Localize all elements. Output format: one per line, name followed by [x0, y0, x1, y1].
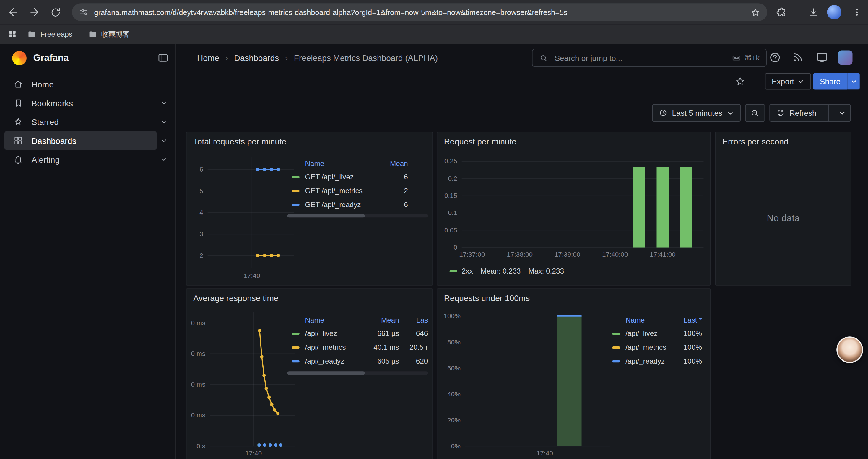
main-content: Home › Dashboards › Freeleaps Metrics Da… — [177, 44, 868, 459]
svg-text:17:40: 17:40 — [243, 272, 260, 280]
legend-item[interactable]: 2xx — [450, 267, 473, 275]
chevron-down-icon[interactable] — [159, 155, 168, 164]
scrollbar-thumb[interactable] — [287, 371, 365, 374]
home-icon — [13, 79, 24, 89]
reload-button[interactable] — [49, 6, 62, 19]
svg-text:6: 6 — [199, 166, 203, 173]
series-name[interactable]: GET /api/_livez — [287, 173, 377, 181]
folder-icon — [27, 29, 37, 39]
svg-text:2: 2 — [199, 252, 203, 259]
breadcrumb-separator: › — [285, 53, 288, 62]
legend-row: GET /api/_metrics 2 — [287, 184, 428, 198]
breadcrumb: Home › Dashboards › Freeleaps Metrics Da… — [197, 44, 438, 71]
downloads-icon[interactable] — [807, 6, 820, 19]
help-icon[interactable] — [769, 52, 781, 64]
column-header-name[interactable]: Name — [287, 316, 360, 324]
legend-row: /api/_metrics 100% — [611, 340, 704, 354]
panel-title[interactable]: Request per minute — [444, 137, 517, 146]
column-header-last[interactable]: Last * — [670, 316, 702, 324]
svg-text:0%: 0% — [451, 442, 460, 450]
column-header-mean[interactable]: Mean — [377, 159, 408, 167]
scrollbar-thumb[interactable] — [287, 214, 365, 218]
grafana-logo[interactable] — [12, 51, 27, 65]
panel-title[interactable]: Total requests per minute — [193, 137, 286, 146]
sidebar-toggle-icon[interactable] — [157, 52, 169, 64]
menu-kebab-icon[interactable] — [850, 6, 864, 19]
monitor-icon[interactable] — [816, 52, 828, 64]
share-button[interactable]: Share — [813, 73, 847, 90]
user-avatar[interactable] — [838, 51, 852, 65]
search-input[interactable] — [554, 53, 732, 63]
apps-grid-icon[interactable] — [8, 29, 17, 39]
chart-under-100ms[interactable]: 100%80%60%40%20%0%17:40 — [442, 308, 613, 459]
series-name[interactable]: GET /api/_metrics — [287, 186, 377, 195]
sidebar-item-home[interactable]: Home — [0, 75, 176, 94]
chart-total-requests[interactable]: 6543217:40 — [191, 151, 297, 283]
screen: grafana.mathmast.com/d/deytv4rwavabkb/fr… — [0, 0, 868, 459]
favorite-star-icon[interactable] — [735, 76, 745, 87]
svg-text:0: 0 — [454, 244, 457, 251]
panel-errors-per-second: Errors per second No data — [715, 132, 851, 286]
breadcrumb-current: Freeleaps Metrics Dashboard (ALPHA) — [294, 53, 438, 62]
divider — [828, 104, 829, 121]
svg-text:60 ms: 60 ms — [191, 350, 205, 357]
bookmark-folder-blogs[interactable]: 收藏博客 — [88, 29, 130, 39]
legend-row: /api/_livez 661 µs 646 — [287, 326, 428, 340]
zoom-out-icon — [750, 108, 760, 118]
sidebar-item-bookmarks[interactable]: Bookmarks — [0, 94, 176, 112]
series-name: 2xx — [462, 267, 473, 275]
svg-text:17:39:00: 17:39:00 — [555, 251, 580, 258]
series-mean: 605 µs — [361, 357, 399, 365]
forward-button[interactable] — [28, 6, 41, 19]
sidebar-item-alerting[interactable]: Alerting — [0, 150, 176, 169]
panel-title[interactable]: Requests under 100ms — [444, 293, 530, 303]
refresh-button[interactable]: Refresh — [770, 104, 823, 121]
column-header-name[interactable]: Name — [611, 316, 670, 324]
chart-request-per-minute[interactable]: 0.250.20.150.10.05017:37:0017:38:0017:39… — [442, 151, 707, 262]
share-dropdown-caret[interactable] — [847, 73, 860, 90]
refresh-button-group: Refresh — [769, 104, 850, 122]
svg-text:17:40:00: 17:40:00 — [602, 251, 628, 258]
legend-row: /api/_livez 100% — [611, 326, 704, 340]
chart-avg-response-time[interactable]: 80 ms60 ms40 ms20 ms0 s17:40 — [191, 308, 297, 459]
back-button[interactable] — [6, 6, 20, 19]
series-swatch — [291, 203, 299, 205]
zoom-out-button[interactable] — [745, 104, 765, 122]
browser-toolbar: grafana.mathmast.com/d/deytv4rwavabkb/fr… — [0, 0, 868, 24]
sidebar-item-starred[interactable]: Starred — [0, 112, 176, 131]
bookmark-folder-freeleaps[interactable]: Freeleaps — [27, 29, 72, 39]
series-last: 20.5 r — [399, 343, 428, 352]
panel-title[interactable]: Errors per second — [722, 137, 788, 146]
legend-max: Max: 0.233 — [528, 267, 564, 275]
column-header-last[interactable]: Las — [399, 316, 428, 324]
bookmarks-bar: Freeleaps 收藏博客 — [0, 24, 868, 44]
profile-avatar[interactable] — [827, 5, 841, 20]
url-text[interactable]: grafana.mathmast.com/d/deytv4rwavabkb/fr… — [94, 8, 750, 16]
refresh-icon — [776, 108, 785, 117]
panel-title[interactable]: Average response time — [193, 293, 279, 303]
chevron-down-icon[interactable] — [159, 136, 168, 145]
svg-text:60%: 60% — [447, 364, 461, 372]
chevron-down-icon[interactable] — [159, 117, 168, 126]
sidebar-item-dashboards[interactable]: Dashboards — [4, 131, 157, 150]
series-name[interactable]: GET /api/_readyz — [287, 200, 377, 208]
bookmark-star-icon[interactable] — [750, 7, 761, 18]
extensions-icon[interactable] — [775, 6, 788, 19]
breadcrumb-dashboards[interactable]: Dashboards — [234, 53, 279, 62]
assistant-avatar[interactable] — [836, 336, 863, 363]
table-scrollbar[interactable] — [287, 371, 428, 374]
rss-icon[interactable] — [792, 52, 804, 64]
time-range-picker[interactable]: Last 5 minutes — [652, 104, 741, 122]
chevron-down-icon[interactable] — [159, 99, 168, 107]
column-header-name[interactable]: Name — [287, 159, 377, 167]
svg-text:40 ms: 40 ms — [191, 381, 205, 388]
url-bar[interactable]: grafana.mathmast.com/d/deytv4rwavabkb/fr… — [72, 3, 767, 21]
breadcrumb-separator: › — [225, 53, 228, 62]
table-scrollbar[interactable] — [287, 214, 428, 218]
column-header-mean[interactable]: Mean — [361, 316, 399, 324]
site-settings-icon[interactable] — [79, 7, 89, 17]
breadcrumb-home[interactable]: Home — [197, 53, 219, 62]
refresh-interval-caret[interactable] — [834, 104, 850, 121]
export-button[interactable]: Export — [765, 73, 811, 90]
legend-row: /api/_readyz 605 µs 620 — [287, 354, 428, 368]
